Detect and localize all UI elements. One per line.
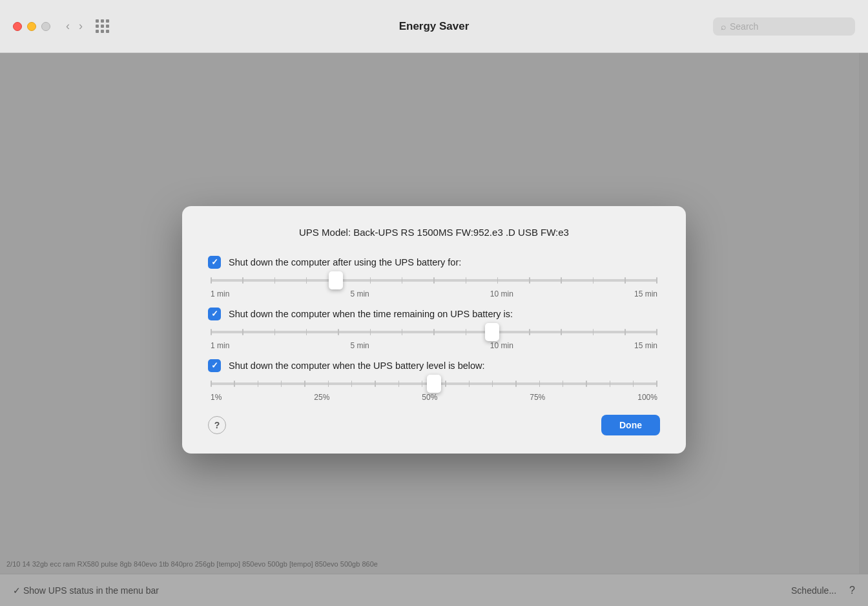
slider-2-track[interactable] — [211, 326, 657, 339]
checkmark-3: ✓ — [211, 361, 218, 370]
maximize-button[interactable] — [41, 22, 50, 31]
slider-1-label-0: 1 min — [211, 289, 229, 298]
slider-3-thumb[interactable] — [427, 375, 441, 393]
slider-3-labels: 1% 25% 50% 75% 100% — [211, 393, 657, 402]
minimize-button[interactable] — [27, 22, 36, 31]
slider-1-ticks — [211, 277, 657, 284]
checkbox-3[interactable]: ✓ — [208, 359, 221, 372]
slider-3-label-2: 50% — [422, 393, 437, 402]
slider-1-labels: 1 min 5 min 10 min 15 min — [211, 289, 657, 298]
grid-icon[interactable] — [96, 19, 109, 33]
slider-3-container: 1% 25% 50% 75% 100% — [208, 377, 660, 402]
help-button[interactable]: ? — [208, 416, 226, 434]
forward-arrow[interactable]: › — [79, 19, 83, 33]
checkmark-1: ✓ — [211, 258, 218, 266]
slider-3-label-1: 25% — [314, 393, 329, 402]
checkbox-row-3: ✓ Shut down the computer when the UPS ba… — [208, 359, 660, 372]
checkbox-2[interactable]: ✓ — [208, 308, 221, 320]
checkbox-label-1: Shut down the computer after using the U… — [229, 257, 461, 267]
checkbox-label-2: Shut down the computer when the time rem… — [229, 309, 513, 319]
slider-1-rail — [211, 279, 657, 282]
modal-overlay: UPS Model: Back-UPS RS 1500MS FW:952.e3 … — [0, 53, 868, 606]
modal-footer: ? Done — [208, 415, 660, 435]
slider-1-label-3: 15 min — [634, 289, 657, 298]
slider-1-track[interactable] — [211, 274, 657, 287]
slider-2-label-0: 1 min — [211, 341, 229, 350]
slider-3-track[interactable] — [211, 377, 657, 390]
search-box[interactable]: ⌕ Search — [713, 17, 855, 36]
slider-2-label-3: 15 min — [634, 341, 657, 350]
window-controls — [13, 22, 50, 31]
slider-1-container: 1 min 5 min 10 min 15 min — [208, 274, 660, 298]
slider-3-label-4: 100% — [637, 393, 657, 402]
slider-2-thumb[interactable] — [485, 323, 499, 341]
modal-title: UPS Model: Back-UPS RS 1500MS FW:952.e3 … — [208, 227, 660, 238]
modal-panel: UPS Model: Back-UPS RS 1500MS FW:952.e3 … — [182, 206, 686, 454]
titlebar: ‹ › Energy Saver ⌕ Search — [0, 0, 868, 53]
back-arrow[interactable]: ‹ — [66, 19, 70, 33]
done-button[interactable]: Done — [601, 415, 660, 435]
checkbox-row-2: ✓ Shut down the computer when the time r… — [208, 308, 660, 320]
slider-1-label-2: 10 min — [490, 289, 513, 298]
slider-1-thumb[interactable] — [329, 271, 343, 289]
checkmark-2: ✓ — [211, 309, 218, 318]
slider-2-label-2: 10 min — [490, 341, 513, 350]
slider-1-label-1: 5 min — [350, 289, 369, 298]
checkbox-label-3: Shut down the computer when the UPS batt… — [229, 360, 485, 371]
checkbox-1[interactable]: ✓ — [208, 256, 221, 269]
slider-3-label-0: 1% — [211, 393, 222, 402]
slider-2-ticks — [211, 329, 657, 335]
slider-2-label-1: 5 min — [350, 341, 369, 350]
close-button[interactable] — [13, 22, 22, 31]
slider-3-label-3: 75% — [530, 393, 545, 402]
search-icon: ⌕ — [721, 21, 726, 32]
nav-arrows: ‹ › — [66, 19, 83, 33]
slider-2-container: 1 min 5 min 10 min 15 min — [208, 326, 660, 350]
search-placeholder: Search — [730, 21, 758, 32]
checkbox-row-1: ✓ Shut down the computer after using the… — [208, 256, 660, 269]
slider-2-labels: 1 min 5 min 10 min 15 min — [211, 341, 657, 350]
window-title: Energy Saver — [399, 20, 470, 33]
slider-2-rail — [211, 331, 657, 333]
